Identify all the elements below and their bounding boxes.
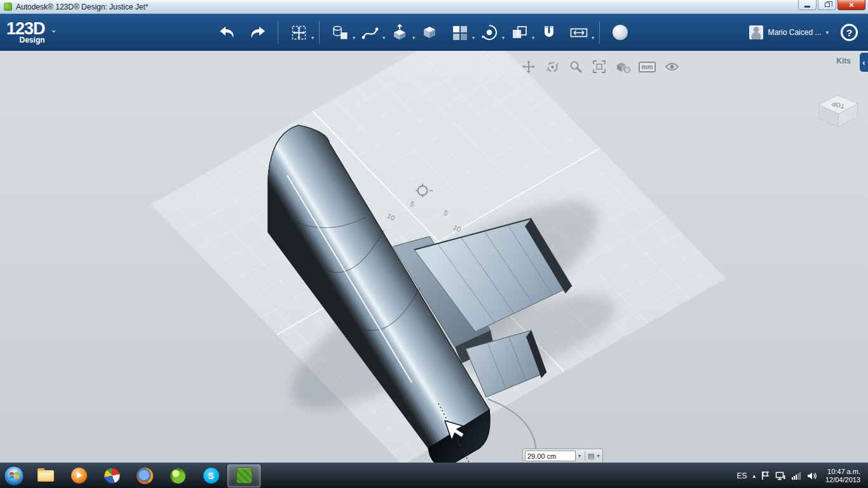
undo-icon	[219, 25, 236, 40]
logo-chevron-icon: ⌄	[50, 24, 58, 34]
taskbar-explorer-button[interactable]	[29, 464, 62, 487]
revolve-button[interactable]: ▾	[480, 22, 499, 43]
restore-button[interactable]	[818, 0, 836, 10]
window-controls: ×	[797, 0, 865, 10]
user-account-menu[interactable]: Mario Caiced ... ▾	[749, 25, 829, 39]
caret-down-icon: ▾	[383, 35, 385, 41]
volume-icon[interactable]	[807, 471, 817, 480]
transform-move-icon	[290, 24, 308, 41]
dimension-input[interactable]	[525, 451, 576, 461]
network-icon[interactable]	[775, 471, 786, 480]
caret-down-icon: ▾	[472, 35, 475, 41]
app-window-icon	[4, 3, 12, 11]
caret-down-icon: ▾	[311, 35, 314, 41]
orbit-icon	[545, 60, 560, 74]
revolve-icon	[480, 24, 498, 41]
zoom-button[interactable]	[568, 59, 583, 74]
user-avatar	[749, 25, 763, 39]
modeling-tools: ▾ ▾ ▾ ▾	[218, 21, 630, 44]
dimension-mode-icon[interactable]: ▤	[588, 452, 594, 460]
logo-secondary-text: Design	[20, 36, 45, 44]
caret-down-icon: ▾	[502, 35, 505, 41]
toolbar-separator	[599, 21, 600, 44]
primitives-button[interactable]: ▾	[330, 22, 349, 43]
redo-icon	[248, 25, 266, 40]
windows-taskbar: S ES ▴ 10:47 a.m. 12/04/2013	[0, 463, 868, 488]
caret-down-icon: ▾	[353, 35, 355, 41]
view-cube[interactable]: TOP	[818, 95, 858, 127]
visibility-button[interactable]	[664, 59, 679, 74]
taskbar-media-player-button[interactable]	[62, 464, 95, 487]
render-material-button[interactable]	[611, 22, 630, 43]
firefox-icon	[137, 468, 153, 484]
render-sphere-icon	[613, 25, 628, 40]
sketch-button[interactable]: ▾	[360, 22, 379, 43]
kits-label: Kits	[836, 57, 851, 65]
viewport[interactable]: 5 10 5 10 15	[0, 51, 868, 463]
taskbar-firefox-button[interactable]	[128, 464, 161, 487]
units-button[interactable]: mm	[639, 62, 656, 72]
help-button[interactable]: ?	[841, 24, 858, 41]
transform-move-button[interactable]: ▾	[289, 22, 308, 43]
skype-letter: S	[208, 471, 214, 481]
signal-strength-icon[interactable]	[792, 471, 801, 480]
minimize-icon	[804, 6, 810, 8]
minimize-button[interactable]	[798, 0, 817, 10]
window-title: Autodesk® 123D® Design: Justice Jet*	[16, 3, 148, 11]
pan-button[interactable]	[521, 59, 536, 74]
redo-button[interactable]	[248, 22, 267, 43]
toolbar-separator	[278, 21, 278, 44]
undo-button[interactable]	[218, 22, 237, 43]
app-logo-menu[interactable]: 123D Design ⌄	[6, 21, 81, 44]
sketch-icon	[361, 24, 379, 41]
taskbar-123d-button[interactable]	[227, 464, 261, 487]
pan-icon	[522, 60, 536, 74]
solid-cube-icon	[421, 24, 438, 41]
measure-button[interactable]: ▾	[569, 22, 588, 43]
pattern-button[interactable]: ▾	[450, 22, 469, 43]
explorer-icon	[37, 470, 54, 482]
tray-expand-icon[interactable]: ▴	[752, 473, 756, 479]
taskbar-messenger-button[interactable]	[161, 464, 194, 487]
zoom-icon	[569, 60, 583, 74]
view-settings-button[interactable]	[615, 59, 630, 74]
magnet-tweak-icon	[541, 24, 557, 41]
construct-button[interactable]: ▾	[390, 22, 409, 43]
dimension-mode-caret-icon[interactable]: ▾	[595, 453, 600, 459]
close-button[interactable]: ×	[837, 0, 865, 10]
taskbar-skype-button[interactable]: S	[194, 464, 227, 487]
zoom-fit-icon	[592, 60, 606, 74]
skype-icon: S	[203, 468, 219, 484]
orbit-button[interactable]	[545, 59, 560, 74]
color-wheel-icon	[104, 468, 120, 484]
taskbar-clock[interactable]: 10:47 a.m. 12/04/2013	[823, 468, 864, 484]
eye-icon	[665, 61, 679, 72]
caret-down-icon: ▾	[532, 35, 534, 41]
solid-cube-button[interactable]	[420, 22, 439, 43]
system-tray: ES ▴ 10:47 a.m. 12/04/2013	[736, 463, 864, 488]
language-indicator[interactable]: ES	[736, 471, 747, 480]
zoom-fit-button[interactable]	[592, 59, 607, 74]
measure-icon	[569, 25, 588, 40]
kits-panel-toggle[interactable]: ‹	[860, 53, 868, 72]
user-name: Mario Caiced ...	[768, 28, 821, 37]
taskbar-color-wheel-button[interactable]	[95, 464, 128, 487]
123d-design-icon	[236, 468, 252, 484]
dimension-caret-icon[interactable]: ▾	[577, 453, 582, 459]
combine-button[interactable]: ▾	[510, 22, 529, 43]
caret-down-icon: ▾	[412, 35, 415, 41]
app-logo: 123D Design	[6, 21, 45, 44]
scene-3d[interactable]: 5 10 5 10 15	[0, 51, 868, 463]
primitives-icon	[332, 24, 349, 41]
navigation-toolbar: mm	[521, 59, 679, 74]
caret-down-icon: ▾	[825, 29, 829, 36]
windows-flag-icon	[9, 471, 20, 480]
start-button[interactable]	[4, 466, 24, 486]
toolbar-separator	[319, 21, 320, 44]
clock-time: 10:47 a.m.	[827, 468, 860, 476]
magnet-tweak-button[interactable]	[539, 22, 559, 43]
action-center-flag-icon[interactable]	[761, 471, 770, 480]
construct-icon	[391, 24, 409, 41]
window-titlebar: Autodesk® 123D® Design: Justice Jet* ×	[0, 0, 868, 14]
dimension-input-box: ▾ ▤ ▾	[522, 449, 603, 463]
